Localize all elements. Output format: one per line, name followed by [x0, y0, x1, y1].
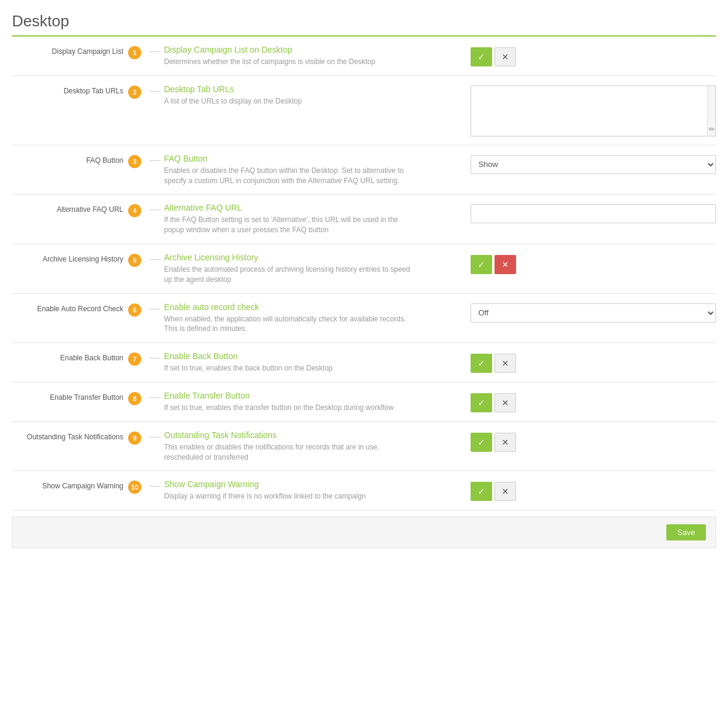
setting-badge: 3: [128, 155, 141, 168]
cross-button[interactable]: ✕: [495, 354, 516, 373]
label-text: Enable Transfer Button: [50, 392, 123, 403]
settings-list: Display Campaign List1Display Campaign L…: [12, 37, 716, 511]
setting-description: If set to true, enables the back button …: [164, 363, 415, 373]
connector-line: [150, 203, 160, 210]
control-col: ✓✕: [459, 430, 716, 452]
setting-title: Enable auto record check: [164, 302, 459, 312]
connector-line: [150, 302, 160, 309]
connector-line: [150, 253, 160, 260]
textarea-wrapper: ✏: [471, 86, 716, 136]
setting-badge: 1: [128, 46, 141, 59]
control-col: ✏: [459, 84, 716, 136]
setting-title: Outstanding Task Notifications: [164, 430, 459, 440]
settings-row: FAQ Button3FAQ ButtonEnables or disables…: [12, 145, 716, 195]
select-control[interactable]: Off125101530: [471, 303, 716, 323]
label-col: Desktop Tab URLs2: [12, 84, 150, 99]
textarea-control[interactable]: [471, 86, 715, 134]
cross-button[interactable]: ✕: [495, 433, 516, 452]
connector-line: [150, 84, 160, 92]
content-col: Desktop Tab URLsA list of the URLs to di…: [160, 84, 459, 107]
setting-badge: 7: [128, 353, 141, 366]
connector-line: [150, 154, 160, 161]
boolean-control: ✓✕: [471, 255, 516, 274]
setting-badge: 6: [128, 303, 141, 317]
check-button[interactable]: ✓: [471, 354, 492, 373]
label-text: Show Campaign Warning: [42, 481, 123, 491]
save-button[interactable]: Save: [666, 524, 706, 540]
check-button[interactable]: ✓: [471, 393, 492, 412]
footer-bar: Save: [12, 516, 716, 548]
setting-description: If the FAQ Button setting is set to 'Alt…: [164, 215, 415, 235]
cross-button[interactable]: ✕: [495, 255, 516, 274]
settings-row: Enable Back Button7Enable Back ButtonIf …: [12, 343, 716, 382]
label-col: Display Campaign List1: [12, 45, 150, 59]
boolean-control: ✓✕: [471, 393, 516, 412]
setting-badge: 10: [128, 481, 141, 494]
label-col: Show Campaign Warning10: [12, 479, 150, 494]
label-col: Archive Licensing History5: [12, 253, 150, 267]
text-input[interactable]: [471, 204, 716, 223]
check-button[interactable]: ✓: [471, 482, 492, 501]
content-col: Enable Transfer ButtonIf set to true, en…: [160, 391, 459, 413]
cross-button[interactable]: ✕: [495, 393, 516, 412]
select-control[interactable]: ShowHideAlternative: [471, 155, 716, 174]
textarea-scrollbar: ✏: [707, 86, 715, 136]
connector-line: [150, 391, 160, 398]
setting-title: Enable Back Button: [164, 351, 459, 361]
setting-badge: 9: [128, 432, 141, 445]
settings-row: Archive Licensing History5Archive Licens…: [12, 244, 716, 294]
setting-title: Display Campaign List on Desktop: [164, 45, 459, 54]
content-col: Alternative FAQ URLIf the FAQ Button set…: [160, 203, 459, 235]
setting-title: FAQ Button: [164, 154, 459, 163]
label-col: Enable Transfer Button8: [12, 391, 150, 405]
connector-line: [150, 430, 160, 437]
control-col: ✓✕: [459, 391, 716, 412]
check-button[interactable]: ✓: [471, 255, 492, 274]
control-col: ✓✕: [459, 351, 716, 373]
content-col: Show Campaign WarningDisplay a warning i…: [160, 479, 459, 502]
check-button[interactable]: ✓: [471, 47, 492, 66]
label-col: Outstanding Task Notifications9: [12, 430, 150, 445]
settings-row: Enable Transfer Button8Enable Transfer B…: [12, 382, 716, 422]
control-col: ✓✕: [459, 253, 716, 274]
label-text: Desktop Tab URLs: [63, 86, 123, 96]
setting-description: Display a warning if there is no workflo…: [164, 491, 415, 502]
setting-description: A list of the URLs to display on the Des…: [164, 96, 415, 107]
boolean-control: ✓✕: [471, 47, 516, 66]
boolean-control: ✓✕: [471, 482, 516, 501]
control-col: Off125101530: [459, 302, 716, 323]
connector-line: [150, 351, 160, 358]
label-text: Enable Auto Record Check: [37, 303, 123, 314]
label-text: FAQ Button: [86, 155, 123, 166]
label-col: Enable Back Button7: [12, 351, 150, 366]
boolean-control: ✓✕: [471, 354, 516, 373]
setting-title: Show Campaign Warning: [164, 479, 459, 489]
content-col: Outstanding Task NotificationsThis enabl…: [160, 430, 459, 463]
label-text: Enable Back Button: [60, 353, 123, 363]
label-col: Alternative FAQ URL4: [12, 203, 150, 217]
label-text: Outstanding Task Notifications: [27, 432, 123, 442]
setting-description: Enables the automated process of archivi…: [164, 265, 415, 285]
cross-button[interactable]: ✕: [495, 482, 516, 501]
setting-description: Enables or disables the FAQ button withi…: [164, 166, 415, 186]
setting-description: If set to true, enables the transfer but…: [164, 403, 415, 413]
control-col: ✓✕: [459, 479, 716, 501]
setting-description: Determines whether the list of campaigns…: [164, 57, 415, 67]
label-text: Display Campaign List: [52, 46, 123, 57]
label-col: Enable Auto Record Check6: [12, 302, 150, 317]
content-col: FAQ ButtonEnables or disables the FAQ bu…: [160, 154, 459, 186]
setting-title: Alternative FAQ URL: [164, 203, 459, 212]
content-col: Display Campaign List on DesktopDetermin…: [160, 45, 459, 67]
setting-description: When enabled, the application will autom…: [164, 314, 415, 335]
control-col: [459, 203, 716, 223]
check-button[interactable]: ✓: [471, 433, 492, 452]
label-text: Archive Licensing History: [43, 254, 123, 265]
settings-row: Alternative FAQ URL4Alternative FAQ URLI…: [12, 195, 716, 244]
setting-badge: 4: [128, 204, 141, 217]
label-text: Alternative FAQ URL: [57, 204, 123, 215]
label-col: FAQ Button3: [12, 154, 150, 168]
setting-badge: 5: [128, 254, 141, 267]
control-col: ShowHideAlternative: [459, 154, 716, 174]
cross-button[interactable]: ✕: [495, 47, 516, 66]
connector-line: [150, 479, 160, 487]
